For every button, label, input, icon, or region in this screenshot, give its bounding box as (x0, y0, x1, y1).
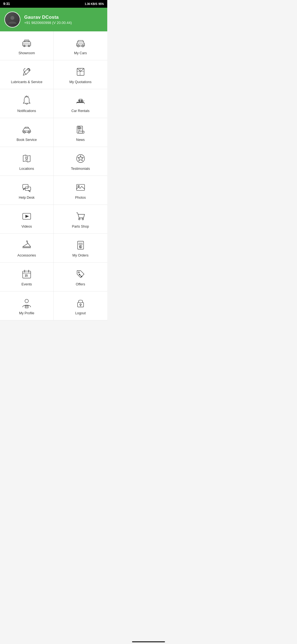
my-cars-label: My Cars (74, 51, 87, 55)
status-indicators: 1.36 KB/S 95% (85, 2, 104, 6)
accessories-icon (21, 239, 33, 251)
menu-item-photos[interactable]: Photos (54, 176, 107, 205)
svg-rect-56 (25, 305, 28, 308)
status-bar: 9:31 1.36 KB/S 95% (0, 0, 107, 8)
lubricants-label: Lubricants & Service (11, 80, 43, 84)
menu-item-my-cars[interactable]: My Cars (54, 31, 107, 60)
menu-grid: Showroom My Cars Lubrican (0, 31, 107, 320)
svg-rect-32 (25, 187, 31, 190)
book-service-label: Book Service (16, 138, 37, 142)
menu-item-events[interactable]: 15 Events (0, 263, 54, 291)
profile-phone: +91 9820660998 (V 20.00.44) (24, 21, 72, 25)
svg-point-28 (26, 157, 28, 159)
showroom-icon (21, 37, 33, 49)
car-rentals-icon (75, 95, 87, 107)
menu-item-book-service[interactable]: Book Service (0, 118, 54, 147)
locations-icon (21, 152, 33, 165)
menu-item-my-profile[interactable]: My Profile (0, 291, 54, 320)
offers-label: Offers (76, 282, 85, 286)
avatar-image (5, 12, 20, 27)
my-cars-icon (75, 37, 87, 49)
testimonials-icon (75, 152, 87, 165)
quotations-icon (75, 66, 87, 78)
menu-item-my-orders[interactable]: $ My Orders (54, 234, 107, 263)
menu-item-news[interactable]: News (54, 118, 107, 147)
testimonials-label: Testimonials (71, 167, 90, 171)
profile-info: Gaurav DCosta +91 9820660998 (V 20.00.44… (24, 15, 72, 25)
svg-point-0 (10, 16, 14, 20)
battery: 95% (98, 2, 104, 6)
menu-item-logout[interactable]: Logout (54, 291, 107, 320)
svg-point-55 (25, 299, 29, 303)
profile-header: Gaurav DCosta +91 9820660998 (V 20.00.44… (0, 8, 107, 31)
svg-point-38 (82, 218, 83, 220)
book-service-icon (21, 124, 33, 136)
logout-icon (75, 297, 87, 309)
menu-item-testimonials[interactable]: Testimonials (54, 147, 107, 176)
menu-item-help-desk[interactable]: Help Desk (0, 176, 54, 205)
showroom-label: Showroom (18, 51, 35, 55)
events-label: Events (21, 282, 32, 286)
svg-rect-33 (76, 184, 84, 190)
menu-item-accessories[interactable]: Accessories (0, 234, 54, 263)
svg-marker-36 (25, 215, 29, 218)
locations-label: Locations (19, 167, 34, 171)
offers-icon (75, 268, 87, 280)
svg-point-37 (78, 218, 80, 220)
photos-label: Photos (75, 196, 86, 200)
car-rentals-label: Car Rentals (72, 109, 90, 113)
events-icon: 15 (21, 268, 33, 280)
profile-name: Gaurav DCosta (24, 15, 72, 20)
help-desk-icon (21, 181, 33, 193)
my-orders-icon: $ (75, 239, 87, 251)
svg-point-60 (80, 304, 81, 305)
svg-point-34 (78, 185, 79, 187)
svg-text:$: $ (80, 246, 81, 248)
menu-item-car-rentals[interactable]: Car Rentals (54, 89, 107, 118)
menu-item-offers[interactable]: Offers (54, 263, 107, 291)
menu-item-parts-shop[interactable]: Parts Shop (54, 205, 107, 234)
logout-label: Logout (75, 311, 86, 315)
network-speed: 1.36 KB/S (85, 2, 97, 6)
avatar (4, 12, 20, 28)
notifications-label: Notifications (17, 109, 36, 113)
lubricants-icon (21, 66, 33, 78)
videos-icon (21, 210, 33, 222)
svg-point-51 (78, 272, 79, 273)
svg-rect-31 (23, 184, 28, 189)
menu-item-videos[interactable]: Videos (0, 205, 54, 234)
my-orders-label: My Orders (72, 253, 88, 257)
svg-text:15: 15 (25, 274, 28, 277)
svg-marker-30 (78, 155, 83, 161)
my-profile-label: My Profile (19, 311, 34, 315)
news-icon (75, 124, 87, 136)
svg-line-13 (28, 96, 28, 97)
menu-item-locations[interactable]: Locations (0, 147, 54, 176)
photos-icon (75, 181, 87, 193)
notifications-icon (21, 95, 33, 107)
menu-item-my-quotations[interactable]: My Quotations (54, 60, 107, 89)
menu-item-lubricants-service[interactable]: Lubricants & Service (0, 60, 54, 89)
parts-shop-label: Parts Shop (72, 225, 89, 228)
parts-shop-icon (75, 210, 87, 222)
news-label: News (76, 138, 85, 142)
my-profile-icon (21, 297, 33, 309)
videos-label: Videos (21, 225, 32, 228)
status-time: 9:31 (3, 2, 10, 6)
help-desk-label: Help Desk (19, 196, 35, 200)
menu-item-showroom[interactable]: Showroom (0, 31, 54, 60)
svg-line-12 (25, 96, 26, 97)
menu-item-notifications[interactable]: Notifications (0, 89, 54, 118)
quotations-label: My Quotations (69, 80, 92, 84)
accessories-label: Accessories (17, 253, 36, 257)
svg-rect-21 (78, 131, 84, 133)
